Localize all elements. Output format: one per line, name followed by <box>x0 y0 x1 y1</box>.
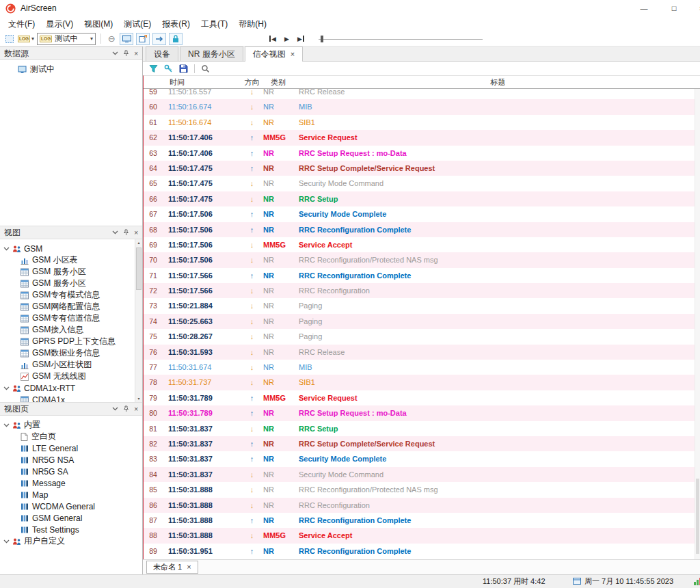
tree-item[interactable]: LTE General <box>0 442 142 454</box>
page-tab-unnamed[interactable]: 未命名 1 × <box>146 561 198 574</box>
table-row[interactable]: 8611:50:31.888↓NRRRC Reconfiguration <box>144 498 700 513</box>
table-row[interactable]: 6711:50:17.506↑NRSecurity Mode Complete <box>144 206 700 222</box>
col-header-direction[interactable]: 方向 <box>243 77 260 88</box>
tree-item[interactable]: GSM数据业务信息 <box>0 347 135 359</box>
tree-item[interactable]: GSM专有信道信息 <box>0 312 135 324</box>
tree-item[interactable]: GSM接入信息 <box>0 324 135 336</box>
tab-signaling-view[interactable]: 信令视图× <box>245 46 303 62</box>
maximize-button[interactable]: □ <box>659 0 689 16</box>
tab-device[interactable]: 设备 <box>146 46 178 61</box>
minus-circle-icon[interactable]: ⊖ <box>106 33 117 45</box>
search-icon[interactable] <box>201 64 210 73</box>
table-row[interactable]: 7411:50:25.663↓NRPaging <box>144 314 700 329</box>
slider-thumb[interactable] <box>321 36 323 42</box>
timeline-slider[interactable] <box>319 34 483 44</box>
table-row[interactable]: 7211:50:17.566↓NRRRC Reconfiguration <box>144 283 700 298</box>
tree-item[interactable]: GSM General <box>0 512 142 524</box>
table-row[interactable]: 7911:50:31.789↑MM5GService Request <box>144 390 700 405</box>
table-row[interactable]: 6911:50:17.506↓MM5GService Accept <box>144 237 700 252</box>
menu-item-help[interactable]: 帮助(H) <box>233 16 272 31</box>
table-row[interactable]: 8011:50:31.789↑NRRRC Setup Request : mo-… <box>144 405 700 420</box>
close-button[interactable]: × <box>689 0 700 16</box>
table-row[interactable]: 8711:50:31.888↑NRRRC Reconfiguration Com… <box>144 513 700 528</box>
screen-icon[interactable] <box>120 33 133 45</box>
table-row[interactable]: 6611:50:17.475↓NRRRC Setup <box>144 191 700 206</box>
scroll-down-icon[interactable]: ▾ <box>135 395 142 402</box>
filter-icon[interactable] <box>149 64 158 73</box>
tree-item[interactable]: GSM网络配置信息 <box>0 301 135 312</box>
tree-item[interactable]: Message <box>0 477 142 489</box>
table-scrollbar[interactable] <box>695 89 700 559</box>
tree-item[interactable]: WCDMA General <box>0 500 142 512</box>
close-icon[interactable]: × <box>134 405 138 413</box>
scrollbar-thumb[interactable] <box>696 479 699 554</box>
tree-item[interactable]: GPRS PDP上下文信息 <box>0 336 135 347</box>
forward-arrow-icon[interactable] <box>152 33 166 45</box>
table-row[interactable]: 5911:50:16.557↓NRRRC Release <box>144 89 700 99</box>
tree-item[interactable]: NR5G SA <box>0 466 142 477</box>
close-icon[interactable]: × <box>134 229 138 237</box>
table-row[interactable]: 8111:50:31.837↓NRRRC Setup <box>144 421 700 436</box>
log-session-select[interactable]: LOG 测试中 ▾ <box>37 33 96 45</box>
close-icon[interactable]: × <box>134 50 138 57</box>
table-row[interactable]: 7111:50:17.566↑NRRRC Reconfiguration Com… <box>144 268 700 283</box>
table-row[interactable]: 6411:50:17.475↑NRRRC Setup Complete/Serv… <box>144 161 700 176</box>
lock-icon[interactable] <box>169 33 183 45</box>
tree-item[interactable]: GSM 无线线图 <box>0 371 135 382</box>
table-row[interactable]: 8511:50:31.888↓NRRRC Reconfiguration/Pro… <box>144 482 700 497</box>
tree-group[interactable]: GSM <box>0 243 135 254</box>
step-last-button[interactable]: ▶ <box>295 36 308 42</box>
tab-nr-serving-cell[interactable]: NR 服务小区 <box>180 46 243 61</box>
table-row[interactable]: 6811:50:17.506↑NRRRC Reconfiguration Com… <box>144 222 700 237</box>
tree-item[interactable]: Test Settings <box>0 524 142 535</box>
tree-item[interactable]: Map <box>0 489 142 500</box>
chevron-down-icon[interactable] <box>112 230 118 235</box>
table-row[interactable]: 7511:50:28.267↓NRPaging <box>144 329 700 344</box>
menu-item-view[interactable]: 视图(M) <box>79 16 118 31</box>
new-log-icon[interactable] <box>4 33 15 45</box>
table-row[interactable]: 6011:50:16.674↓NRMIB <box>144 99 700 114</box>
menu-item-tools[interactable]: 工具(T) <box>196 16 233 31</box>
table-row[interactable]: 6111:50:16.674↓NRSIB1 <box>144 115 700 130</box>
scrollbar-thumb[interactable] <box>136 248 142 290</box>
tree-item[interactable]: GSM 服务小区 <box>0 278 135 289</box>
tree-group[interactable]: 用户自定义 <box>0 535 142 547</box>
col-header-title[interactable]: 标题 <box>296 77 700 88</box>
tree-item[interactable]: 空白页 <box>0 431 142 442</box>
tree-item[interactable]: GSM 小区表 <box>0 254 135 266</box>
chevron-down-icon[interactable] <box>112 407 118 411</box>
open-log-button[interactable]: LOG ▾ <box>18 33 34 45</box>
save-icon[interactable] <box>179 64 188 73</box>
table-row[interactable]: 6511:50:17.475↓NRSecurity Mode Command <box>144 176 700 191</box>
table-row[interactable]: 6211:50:17.406↑MM5GService Request <box>144 130 700 145</box>
play-button[interactable]: ▶ <box>282 36 292 42</box>
minimize-button[interactable]: — <box>629 0 659 16</box>
menu-item-file[interactable]: 文件(F) <box>3 16 40 31</box>
col-header-time[interactable]: 时间 <box>163 77 243 88</box>
table-row[interactable]: 7611:50:31.593↓NRRRC Release <box>144 345 700 360</box>
table-row[interactable]: 8311:50:31.837↑NRSecurity Mode Complete <box>144 451 700 466</box>
menu-item-display[interactable]: 显示(V) <box>40 16 79 31</box>
menu-item-test[interactable]: 测试(E) <box>118 16 157 31</box>
table-row[interactable]: 7311:50:21.884↓NRPaging <box>144 298 700 313</box>
table-row[interactable]: 8411:50:31.837↓NRSecurity Mode Command <box>144 467 700 482</box>
table-row[interactable]: 8911:50:31.951↑NRRRC Reconfiguration Com… <box>144 544 700 559</box>
export-icon[interactable] <box>136 33 150 45</box>
tree-group[interactable]: CDMA1x-RTT <box>0 382 135 394</box>
table-row[interactable]: 8811:50:31.888↓MM5GService Accept <box>144 528 700 543</box>
tree-item[interactable]: NR5G NSA <box>0 454 142 466</box>
step-first-button[interactable]: ◀ <box>266 36 279 42</box>
tree-item[interactable]: GSM小区柱状图 <box>0 359 135 371</box>
tree-item[interactable]: CDMA1x <box>0 394 135 402</box>
datasource-item[interactable]: 测试中 <box>0 64 142 75</box>
view-panel-scrollbar[interactable]: ▴ ▾ <box>135 239 142 402</box>
close-icon[interactable]: × <box>187 563 191 571</box>
table-row[interactable]: 8211:50:31.837↑NRRRC Setup Complete/Serv… <box>144 436 700 451</box>
pin-icon[interactable] <box>123 50 129 57</box>
tree-item[interactable]: GSM 服务小区 <box>0 266 135 278</box>
close-icon[interactable]: × <box>291 51 295 58</box>
pin-icon[interactable] <box>123 229 129 236</box>
table-row[interactable]: 7011:50:17.506↓NRRRC Reconfiguration/Pro… <box>144 252 700 267</box>
table-row[interactable]: 6311:50:17.406↑NRRRC Setup Request : mo-… <box>144 146 700 161</box>
table-row[interactable]: 7711:50:31.674↓NRMIB <box>144 360 700 375</box>
